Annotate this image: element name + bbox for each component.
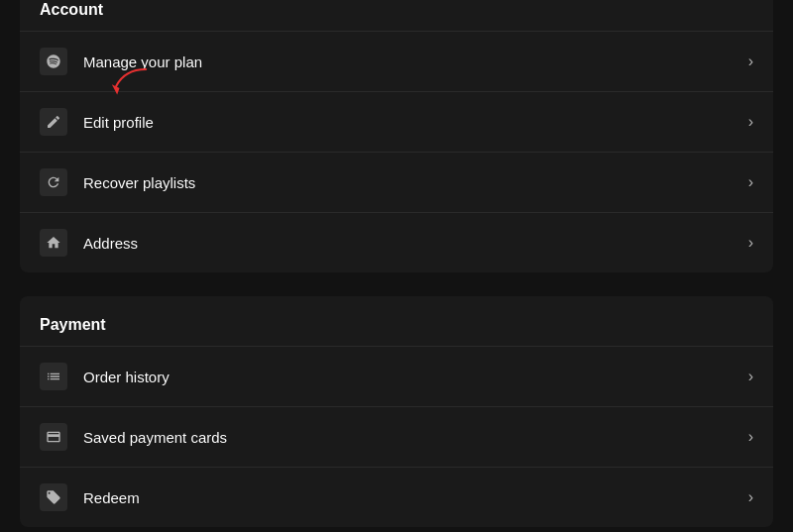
payment-section: Payment Order history › xyxy=(20,296,773,527)
pencil-icon xyxy=(40,108,67,136)
redeem-item[interactable]: Redeem › xyxy=(20,467,773,527)
edit-profile-chevron: › xyxy=(748,113,753,131)
edit-profile-left: Edit profile xyxy=(40,108,154,136)
address-left: Address xyxy=(40,229,138,257)
list-icon xyxy=(40,363,67,390)
refresh-icon xyxy=(40,168,67,196)
recover-playlists-label: Recover playlists xyxy=(83,174,195,191)
order-history-item[interactable]: Order history › xyxy=(20,346,773,406)
edit-profile-label: Edit profile xyxy=(83,114,154,131)
address-item[interactable]: Address › xyxy=(20,212,773,272)
tag-icon xyxy=(40,483,67,511)
spotify-icon xyxy=(40,48,67,75)
manage-plan-label: Manage your plan xyxy=(83,53,202,70)
saved-payment-label: Saved payment cards xyxy=(83,429,227,446)
account-section: Account Manage your plan › xyxy=(20,0,773,272)
redeem-left: Redeem xyxy=(40,483,140,511)
saved-payment-chevron: › xyxy=(748,428,753,446)
card-icon xyxy=(40,423,67,451)
recover-playlists-left: Recover playlists xyxy=(40,168,195,196)
payment-section-title: Payment xyxy=(20,296,773,346)
order-history-chevron: › xyxy=(748,368,753,385)
manage-plan-item[interactable]: Manage your plan › xyxy=(20,31,773,91)
saved-payment-left: Saved payment cards xyxy=(40,423,227,451)
address-label: Address xyxy=(83,235,138,252)
address-chevron: › xyxy=(748,234,753,252)
recover-playlists-item[interactable]: Recover playlists › xyxy=(20,152,773,212)
order-history-left: Order history xyxy=(40,363,170,390)
manage-plan-chevron: › xyxy=(748,53,753,70)
settings-container: Account Manage your plan › xyxy=(20,0,773,532)
recover-playlists-chevron: › xyxy=(748,173,753,191)
order-history-label: Order history xyxy=(83,369,170,385)
manage-plan-left: Manage your plan xyxy=(40,48,202,75)
saved-payment-item[interactable]: Saved payment cards › xyxy=(20,406,773,467)
redeem-chevron: › xyxy=(748,488,753,506)
edit-profile-item[interactable]: Edit profile › xyxy=(20,91,773,152)
home-icon xyxy=(40,229,67,257)
account-section-title: Account xyxy=(20,0,773,31)
redeem-label: Redeem xyxy=(83,489,140,506)
